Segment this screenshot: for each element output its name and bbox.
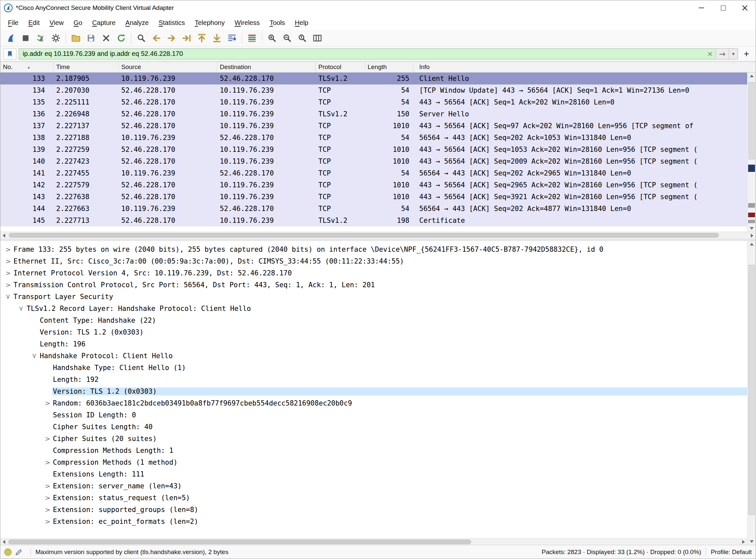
detail-row[interactable]: Cipher Suites Length: 40 bbox=[0, 421, 747, 433]
detail-row[interactable]: Extension: status_request (len=5) bbox=[0, 492, 747, 504]
go-forward-button[interactable] bbox=[164, 31, 179, 45]
detail-row[interactable]: Compression Methods Length: 1 bbox=[0, 445, 747, 456]
auto-scroll-button[interactable] bbox=[224, 31, 239, 45]
capture-options-button[interactable] bbox=[48, 31, 63, 45]
expand-chevron-icon[interactable] bbox=[4, 281, 13, 289]
zoom-in-button[interactable] bbox=[265, 31, 280, 45]
expand-chevron-icon[interactable] bbox=[43, 518, 52, 526]
open-file-button[interactable] bbox=[68, 31, 84, 45]
resize-columns-button[interactable] bbox=[310, 31, 325, 45]
scroll-right-button[interactable] bbox=[749, 232, 756, 239]
zoom-reset-button[interactable] bbox=[295, 31, 310, 45]
details-horizontal-scrollbar[interactable] bbox=[0, 538, 747, 545]
scrollbar-thumb[interactable] bbox=[749, 82, 755, 159]
close-button[interactable]: × bbox=[734, 0, 756, 16]
go-back-button[interactable] bbox=[149, 31, 164, 45]
column-header[interactable]: Source bbox=[119, 62, 217, 72]
menu-item[interactable]: Go bbox=[69, 16, 87, 30]
filter-expression-text[interactable]: ip.addr eq 10.119.76.239 and ip.addr eq … bbox=[23, 50, 705, 58]
first-packet-button[interactable] bbox=[194, 31, 209, 45]
packet-list-vertical-scrollbar[interactable] bbox=[747, 73, 756, 232]
reload-file-button[interactable] bbox=[114, 31, 129, 45]
menu-item[interactable]: View bbox=[45, 16, 69, 30]
expand-chevron-icon[interactable] bbox=[43, 482, 52, 490]
expand-chevron-icon[interactable] bbox=[43, 435, 52, 443]
expand-chevron-icon[interactable] bbox=[4, 257, 13, 265]
detail-row[interactable]: Extension: server_name (len=43) bbox=[0, 480, 747, 492]
detail-row[interactable]: Version: TLS 1.2 (0x0303) bbox=[0, 326, 747, 338]
detail-row[interactable]: Compression Methods (1 method) bbox=[0, 456, 747, 468]
colorize-button[interactable] bbox=[245, 31, 259, 45]
maximize-button[interactable] bbox=[712, 0, 734, 16]
detail-row[interactable]: Extensions Length: 111 bbox=[0, 468, 747, 480]
menu-item[interactable]: Wireless bbox=[230, 16, 265, 30]
filter-apply-icon[interactable]: → bbox=[716, 49, 729, 59]
last-packet-button[interactable] bbox=[209, 31, 224, 45]
close-file-button[interactable] bbox=[98, 31, 114, 45]
packet-row[interactable]: 139 2.227259 52.46.228.170 10.119.76.239… bbox=[0, 143, 756, 155]
hscrollbar-thumb[interactable] bbox=[9, 233, 719, 238]
packet-row[interactable]: 140 2.227423 52.46.228.170 10.119.76.239… bbox=[0, 155, 756, 167]
detail-row[interactable]: Transmission Control Protocol, Src Port:… bbox=[0, 279, 747, 291]
packet-row[interactable]: 134 2.207030 52.46.228.170 10.119.76.239… bbox=[0, 85, 756, 96]
scrollbar-track[interactable] bbox=[748, 247, 756, 538]
expand-chevron-icon[interactable] bbox=[43, 459, 52, 466]
packet-row[interactable]: 144 2.227663 10.119.76.239 52.46.228.170… bbox=[0, 203, 756, 215]
packet-row[interactable]: 141 2.227455 10.119.76.239 52.46.228.170… bbox=[0, 167, 756, 179]
detail-row[interactable]: Length: 192 bbox=[0, 374, 747, 385]
detail-row[interactable]: TLSv1.2 Record Layer: Handshake Protocol… bbox=[0, 303, 747, 314]
detail-row[interactable]: Version: TLS 1.2 (0x0303) bbox=[0, 385, 747, 397]
filter-add-button[interactable]: + bbox=[740, 48, 753, 60]
scrollbar-thumb[interactable] bbox=[749, 265, 755, 515]
scroll-down-button[interactable] bbox=[748, 225, 756, 232]
detail-row[interactable]: Random: 6036b3aec181c2bdceb03491b0a8fb77… bbox=[0, 397, 747, 409]
restart-capture-button[interactable] bbox=[33, 31, 48, 45]
expand-chevron-icon[interactable] bbox=[4, 293, 13, 301]
save-file-button[interactable] bbox=[84, 31, 98, 45]
column-header[interactable]: Protocol bbox=[316, 62, 365, 72]
menu-item[interactable]: Statistics bbox=[154, 16, 190, 30]
packet-row[interactable]: 145 2.227713 52.46.228.170 10.119.76.239… bbox=[0, 215, 756, 226]
expand-chevron-icon[interactable] bbox=[43, 399, 52, 407]
menu-item[interactable]: Capture bbox=[87, 16, 120, 30]
minimize-button[interactable] bbox=[691, 0, 712, 16]
packet-list-horizontal-scrollbar[interactable] bbox=[0, 232, 756, 239]
scroll-right-button[interactable] bbox=[740, 539, 747, 545]
packet-row[interactable]: 135 2.225111 52.46.228.170 10.119.76.239… bbox=[0, 96, 756, 108]
packet-row[interactable]: 137 2.227137 52.46.228.170 10.119.76.239… bbox=[0, 120, 756, 132]
scroll-left-button[interactable] bbox=[0, 232, 7, 239]
detail-row[interactable]: Handshake Type: Client Hello (1) bbox=[0, 362, 747, 374]
filter-clear-icon[interactable]: × bbox=[705, 50, 716, 58]
expand-chevron-icon[interactable] bbox=[43, 506, 52, 514]
menu-item[interactable]: File bbox=[3, 16, 23, 30]
scroll-up-button[interactable] bbox=[748, 241, 756, 247]
expand-chevron-icon[interactable] bbox=[4, 269, 13, 277]
detail-row[interactable]: Cipher Suites (20 suites) bbox=[0, 433, 747, 445]
filter-dropdown-chevron-icon[interactable]: ▾ bbox=[729, 49, 738, 59]
display-filter-input[interactable]: ip.addr eq 10.119.76.239 and ip.addr eq … bbox=[19, 48, 738, 60]
packet-row[interactable]: 133 2.187905 10.119.76.239 52.46.228.170… bbox=[0, 73, 756, 85]
packet-row[interactable]: 136 2.226948 52.46.228.170 10.119.76.239… bbox=[0, 108, 756, 120]
detail-row[interactable]: Internet Protocol Version 4, Src: 10.119… bbox=[0, 267, 747, 279]
stop-capture-button[interactable] bbox=[18, 31, 33, 45]
column-header[interactable]: No. bbox=[0, 62, 53, 72]
scrollbar-track[interactable] bbox=[748, 79, 756, 225]
menu-item[interactable]: Help bbox=[290, 16, 313, 30]
menu-item[interactable]: Analyze bbox=[120, 16, 154, 30]
packet-row[interactable]: 142 2.227579 52.46.228.170 10.119.76.239… bbox=[0, 179, 756, 191]
hscrollbar-thumb[interactable] bbox=[8, 540, 471, 544]
menu-item[interactable]: Edit bbox=[23, 16, 44, 30]
menu-item[interactable]: Telephony bbox=[190, 16, 230, 30]
scroll-down-button[interactable] bbox=[748, 538, 756, 545]
detail-row[interactable]: Extension: supported_groups (len=8) bbox=[0, 504, 747, 516]
column-header[interactable]: Time bbox=[53, 62, 119, 72]
column-header[interactable]: Destination bbox=[217, 62, 316, 72]
capture-comment-pencil-icon[interactable] bbox=[15, 548, 23, 556]
start-capture-button[interactable] bbox=[3, 31, 18, 45]
detail-row[interactable]: Extension: ec_point_formats (len=2) bbox=[0, 516, 747, 528]
detail-row[interactable]: Content Type: Handshake (22) bbox=[0, 314, 747, 326]
column-header[interactable]: Length bbox=[365, 62, 413, 72]
detail-row[interactable]: Length: 196 bbox=[0, 338, 747, 350]
expert-info-icon[interactable] bbox=[4, 549, 12, 556]
detail-row[interactable]: Frame 133: 255 bytes on wire (2040 bits)… bbox=[0, 244, 747, 255]
